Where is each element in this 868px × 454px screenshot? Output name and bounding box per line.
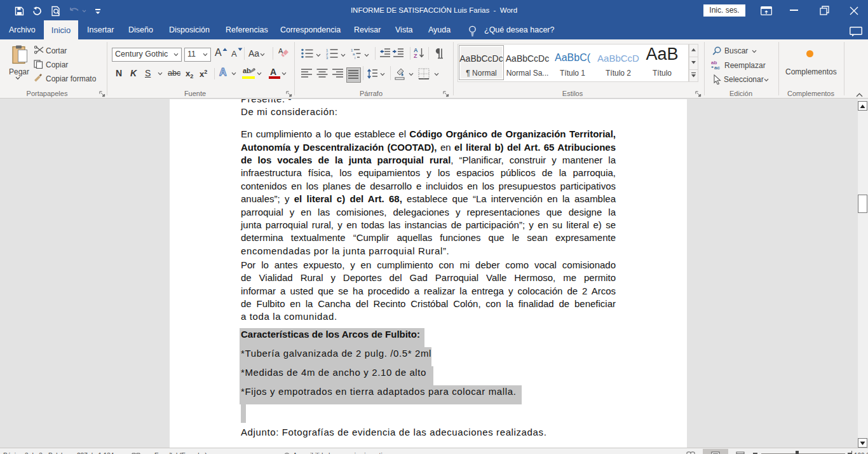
svg-text:i: i — [355, 56, 355, 60]
svg-text:3: 3 — [326, 56, 329, 60]
svg-text:A: A — [278, 47, 283, 55]
svg-text:ac: ac — [714, 65, 720, 70]
svg-text:Z: Z — [414, 53, 417, 59]
